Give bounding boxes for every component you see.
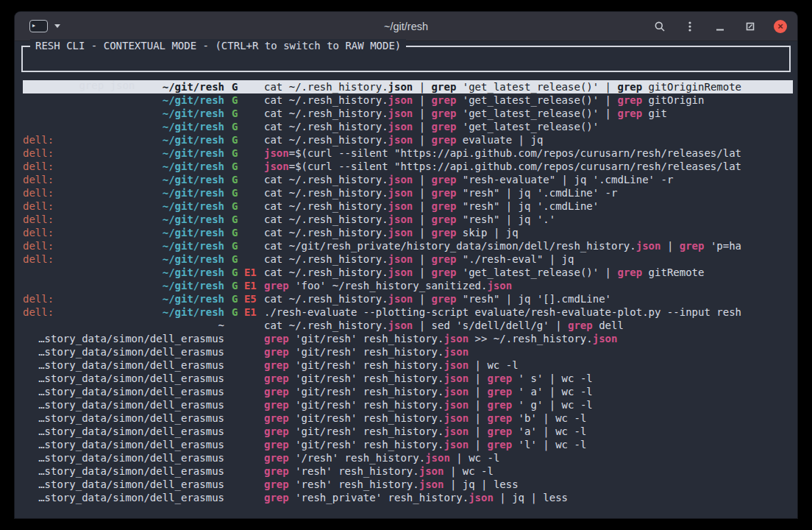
match-highlight: json — [487, 280, 512, 292]
row-flags — [224, 319, 264, 332]
search-icon[interactable] — [653, 20, 666, 33]
minimize-icon[interactable] — [713, 20, 727, 33]
row-host: dell: — [23, 226, 54, 239]
row-command: cat ~/.resh_history.json | grep "resh" |… — [264, 199, 793, 213]
row-command: grep 'resh' resh_history.json | wc -l — [264, 464, 793, 478]
history-row[interactable]: ~/git/reshGcat ~/.resh_history.json | gr… — [23, 120, 793, 133]
match-highlight: grep — [568, 319, 593, 331]
history-row[interactable]: …story_data/simon/dell_erasmusgrep 'git/… — [23, 411, 793, 425]
row-command: grep 'git/resh' resh_history.json | grep… — [264, 398, 793, 411]
row-flags — [224, 438, 264, 451]
match-highlight: grep — [617, 94, 642, 106]
git-flag: G — [232, 227, 238, 239]
titlebar[interactable]: ▸ ~/git/resh — [15, 12, 797, 41]
row-path: ~ — [218, 319, 224, 332]
row-flags — [224, 464, 264, 478]
match-highlight: json — [388, 319, 413, 331]
row-path: ~/git/resh — [163, 160, 224, 173]
new-tab-button[interactable]: ▸ — [25, 17, 65, 35]
row-context: …story_data/simon/dell_erasmus — [23, 451, 224, 464]
match-highlight: json — [593, 333, 618, 344]
search-query-input[interactable]: grep json — [79, 80, 135, 91]
history-list: ~/git/reshGcat ~/.resh_history.json | gr… — [15, 80, 797, 504]
match-highlight: json — [444, 372, 469, 384]
row-path: …story_data/simon/dell_erasmus — [38, 464, 224, 478]
history-row[interactable]: dell:~/git/reshGcat ~/.resh_history.json… — [23, 213, 793, 226]
row-flags — [224, 358, 264, 372]
history-row[interactable]: …story_data/simon/dell_erasmusgrep 'git/… — [23, 385, 793, 398]
resh-query-box[interactable]: RESH CLI - CONTEXTUAL MODE - (CTRL+R to … — [21, 46, 791, 72]
row-context: dell:~/git/resh — [23, 213, 224, 226]
history-row[interactable]: …story_data/simon/dell_erasmusgrep 'git/… — [23, 438, 793, 451]
match-highlight: grep — [432, 266, 457, 278]
row-flags: G — [224, 239, 264, 252]
history-row[interactable]: dell:~/git/reshG E5cat ~/.resh_history.j… — [23, 292, 793, 305]
menu-icon[interactable] — [683, 20, 697, 33]
match-highlight: grep — [617, 107, 642, 119]
close-icon[interactable]: × — [774, 20, 787, 33]
row-path: …story_data/simon/dell_erasmus — [38, 478, 224, 491]
git-flag: G — [232, 107, 238, 119]
history-row[interactable]: …story_data/simon/dell_erasmusgrep 'git/… — [23, 332, 793, 345]
history-row[interactable]: ~/git/reshGcat ~/.resh_history.json | gr… — [23, 107, 793, 120]
history-row[interactable]: dell:~/git/reshGjson=$(curl --silent "ht… — [23, 160, 793, 173]
match-highlight: grep — [264, 478, 289, 490]
restore-icon[interactable] — [744, 20, 757, 33]
row-host: dell: — [23, 199, 54, 213]
history-row[interactable]: dell:~/git/reshG E1./resh-evaluate --plo… — [23, 305, 793, 319]
history-row[interactable]: ~/git/reshGcat ~/.resh_history.json | gr… — [23, 93, 793, 107]
history-row[interactable]: dell:~/git/reshGjson=$(curl --silent "ht… — [23, 146, 793, 160]
history-row[interactable]: …story_data/simon/dell_erasmusgrep 'resh… — [23, 478, 793, 491]
history-row[interactable]: dell:~/git/reshGcat ~/.resh_history.json… — [23, 252, 793, 266]
history-row[interactable]: dell:~/git/reshGcat ~/.resh_history.json… — [23, 186, 793, 199]
history-row[interactable]: ~/git/reshG E1cat ~/.resh_history.json |… — [23, 266, 793, 279]
row-context: dell:~/git/resh — [23, 186, 224, 199]
match-highlight: json — [444, 425, 469, 437]
row-context: dell:~/git/resh — [23, 305, 224, 319]
row-path: ~/git/resh — [163, 186, 224, 199]
row-path: ~/git/resh — [163, 252, 224, 266]
row-host: dell: — [23, 186, 54, 199]
row-flags: G — [224, 133, 264, 146]
history-row[interactable]: dell:~/git/reshGcat ~/.resh_history.json… — [23, 173, 793, 186]
row-host: dell: — [23, 292, 54, 305]
match-highlight: grep — [264, 492, 289, 504]
row-context: dell:~/git/resh — [23, 239, 224, 252]
history-row[interactable]: ~cat ~/.resh_history.json | sed 's/dell/… — [23, 319, 793, 332]
history-row[interactable]: ~/git/reshG E1grep 'foo' ~/resh_history_… — [23, 279, 793, 292]
history-row[interactable]: dell:~/git/reshGcat ~/.resh_history.json… — [23, 226, 793, 239]
row-command: cat ~/.resh_history.json | grep evaluate… — [264, 133, 793, 146]
match-highlight: grep — [264, 333, 289, 344]
history-row[interactable]: …story_data/simon/dell_erasmusgrep 'git/… — [23, 398, 793, 411]
row-flags — [224, 372, 264, 385]
match-highlight: grep — [432, 187, 457, 199]
match-highlight: json — [469, 492, 494, 504]
history-row[interactable]: …story_data/simon/dell_erasmusgrep 'git/… — [23, 358, 793, 372]
history-row[interactable]: …story_data/simon/dell_erasmusgrep 'resh… — [23, 464, 793, 478]
terminal-app-icon: ▸ — [29, 20, 48, 32]
history-row[interactable]: dell:~/git/reshGcat ~/git/resh_private/h… — [23, 239, 793, 252]
match-highlight: grep — [264, 412, 289, 424]
row-host: dell: — [23, 146, 54, 160]
git-flag: G — [232, 200, 238, 212]
history-row[interactable]: dell:~/git/reshGcat ~/.resh_history.json… — [23, 133, 793, 146]
git-flag: G — [232, 306, 238, 318]
row-context: dell:~/git/resh — [23, 133, 224, 146]
git-flag: G — [232, 121, 238, 132]
row-command: cat ~/.resh_history.json | grep "./resh-… — [264, 252, 793, 266]
history-row[interactable]: …story_data/simon/dell_erasmusgrep '/res… — [23, 451, 793, 464]
match-highlight: json — [444, 386, 469, 398]
row-host: dell: — [23, 305, 54, 319]
history-row[interactable]: …story_data/simon/dell_erasmusgrep 'resh… — [23, 491, 793, 504]
row-context: dell:~/git/resh — [23, 226, 224, 239]
history-row[interactable]: …story_data/simon/dell_erasmusgrep 'git/… — [23, 345, 793, 358]
row-path: ~/git/resh — [163, 239, 224, 252]
row-context: ~ — [23, 319, 224, 332]
git-flag: G — [232, 160, 238, 172]
history-row[interactable]: ~/git/reshGcat ~/.resh_history.json | gr… — [23, 80, 793, 93]
history-row[interactable]: dell:~/git/reshGcat ~/.resh_history.json… — [23, 199, 793, 213]
row-path: ~/git/resh — [163, 199, 224, 213]
history-row[interactable]: …story_data/simon/dell_erasmusgrep 'git/… — [23, 372, 793, 385]
match-highlight: json — [388, 107, 413, 119]
history-row[interactable]: …story_data/simon/dell_erasmusgrep 'git/… — [23, 425, 793, 438]
